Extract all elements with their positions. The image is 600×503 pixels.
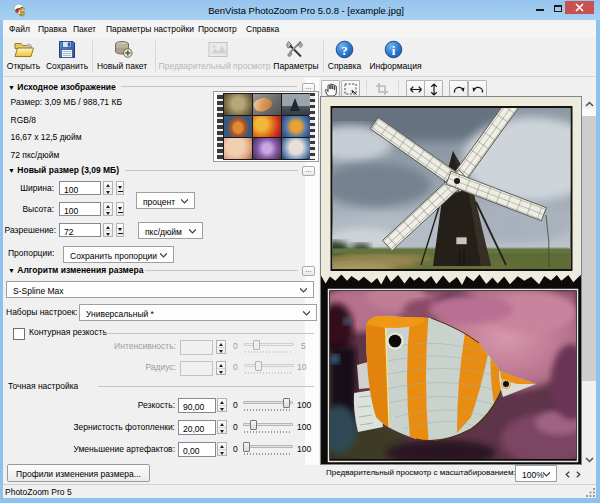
svg-text:5: 5 [20, 7, 26, 17]
svg-text:i: i [392, 43, 396, 58]
svg-text:?: ? [341, 43, 348, 58]
